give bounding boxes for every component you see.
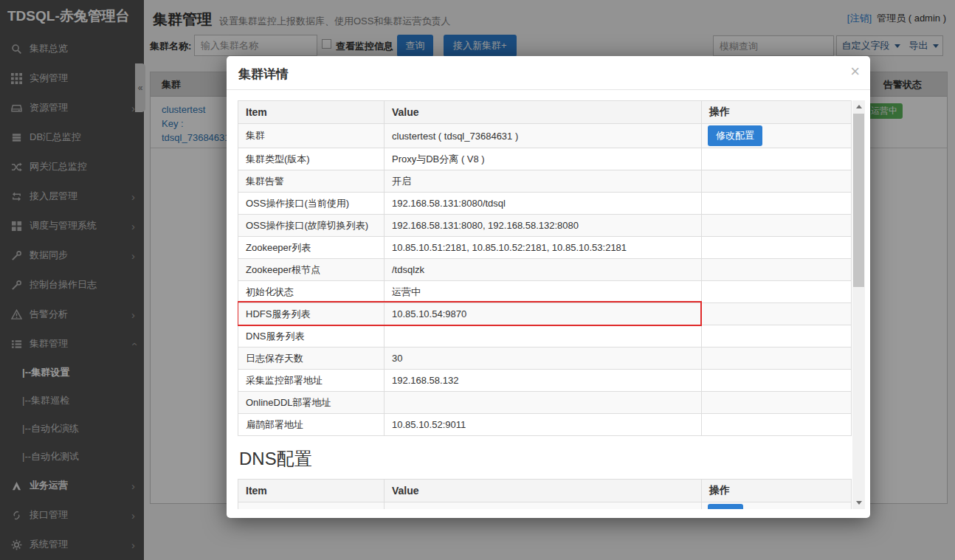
detail-row-12: 采集监控部署地址192.168.58.132 [238,370,852,392]
cluster-detail-modal: 集群详情 × Item Value 操作 集群clustertest ( tds… [227,56,870,518]
scrollbar-thumb[interactable] [853,114,864,287]
cell-value: 10.85.10.51:2181, 10.85.10.52:2181, 10.8… [385,237,702,259]
cell-value: 192.168.58.131:8080/tdsql [385,193,702,215]
modal-scrollbar[interactable] [852,100,865,509]
dns-row-partial: DNS数据库 [238,502,852,510]
cell-item: OnlineDDL部署地址 [238,392,385,414]
modal-header-divider [227,89,870,90]
detail-row-13: OnlineDDL部署地址 [238,392,852,414]
detail-table: Item Value 操作 集群clustertest ( tdsql_7368… [238,100,852,436]
detail-row-10: DNS服务列表 [238,325,852,348]
cell-value: 30 [385,348,702,370]
modal-body: Item Value 操作 集群clustertest ( tdsql_7368… [238,100,852,509]
column-header-item: Item [238,101,385,124]
detail-row-6: Zookeeper列表10.85.10.51:2181, 10.85.10.52… [238,237,852,259]
detail-row-2: 集群类型(版本)Proxy与DB分离 ( V8 ) [238,148,852,170]
detail-row-14: 扁鹊部署地址10.85.10.52:9011 [238,414,852,436]
cell-value: 10.85.10.52:9011 [385,414,702,436]
cell-value: /tdsqlzk [385,259,702,281]
cell-value: 开启 [385,170,702,193]
detail-row-11: 日志保存天数30 [238,348,852,370]
cell-action [702,259,852,281]
dns-table-header-row: Item Value 操作 [238,480,852,502]
cell-item: Zookeeper根节点 [238,259,385,281]
detail-table-body: 集群clustertest ( tdsql_73684631 )修改配置集群类型… [238,124,852,436]
triangle-up-icon [856,105,862,108]
dns-section-heading: DNS配置 [239,448,852,470]
cell-item: OSS操作接口(故障切换列表) [238,215,385,237]
cell-action [702,281,852,303]
cell-action [702,414,852,436]
scrollbar-down-button[interactable] [852,497,865,509]
cell-value [385,392,702,414]
cell-item: DNS服务列表 [238,325,385,348]
cell-item: 集群 [238,124,385,148]
cell-item: 集群类型(版本) [238,148,385,170]
cell-action [702,215,852,237]
cell-item: OSS操作接口(当前使用) [238,193,385,215]
cell-item: 日志保存天数 [238,348,385,370]
dns-table: Item Value 操作 DNS数据库 [238,479,852,509]
detail-table-header-row: Item Value 操作 [238,101,852,124]
column-header-item: Item [238,480,385,502]
cell-item: Zookeeper列表 [238,237,385,259]
detail-row-5: OSS操作接口(故障切换列表)192.168.58.131:8080, 192.… [238,215,852,237]
cell-item: 初始化状态 [238,281,385,303]
cell-value: 192.168.58.131:8080, 192.168.58.132:8080 [385,215,702,237]
cell-action [702,193,852,215]
cell-item: DNS数据库 [238,502,385,510]
cell-value: clustertest ( tdsql_73684631 ) [385,124,702,148]
column-header-value: Value [385,480,702,502]
cell-item: 集群告警 [238,170,385,193]
cell-item: 采集监控部署地址 [238,370,385,392]
column-header-value: Value [385,101,702,124]
detail-row-7: Zookeeper根节点/tdsqlzk [238,259,852,281]
close-icon[interactable]: × [850,61,860,83]
modal-title: 集群详情 [238,66,289,83]
cell-action [702,370,852,392]
triangle-down-icon [856,501,862,505]
cell-item: HDFS服务列表 [238,303,385,325]
cell-value: 192.168.58.132 [385,370,702,392]
column-header-action: 操作 [702,480,852,502]
cell-action [702,237,852,259]
cell-value [385,325,702,348]
cell-action [702,170,852,193]
modify-config-button[interactable]: 修改配置 [708,125,762,146]
detail-row-1: 集群clustertest ( tdsql_73684631 )修改配置 [238,124,852,148]
cell-value: Proxy与DB分离 ( V8 ) [385,148,702,170]
cell-action [702,348,852,370]
scrollbar-up-button[interactable] [852,100,865,113]
cell-action [702,148,852,170]
detail-row-3: 集群告警开启 [238,170,852,193]
cell-value [385,502,702,510]
app-window: TDSQL-赤兔管理台 集群总览实例管理资源管理›DB汇总监控网关汇总监控接入层… [0,0,955,560]
cell-item: 扁鹊部署地址 [238,414,385,436]
cell-action [702,502,852,510]
cell-action: 修改配置 [702,124,852,148]
detail-row-9: HDFS服务列表10.85.10.54:9870 [238,303,852,325]
cell-action [702,325,852,348]
detail-row-8: 初始化状态运营中 [238,281,852,303]
cell-value: 运营中 [385,281,702,303]
cell-action [702,303,852,325]
dns-action-button[interactable] [708,504,743,509]
detail-row-4: OSS操作接口(当前使用)192.168.58.131:8080/tdsql [238,193,852,215]
column-header-action: 操作 [702,101,852,124]
cell-action [702,392,852,414]
cell-value: 10.85.10.54:9870 [385,303,702,325]
